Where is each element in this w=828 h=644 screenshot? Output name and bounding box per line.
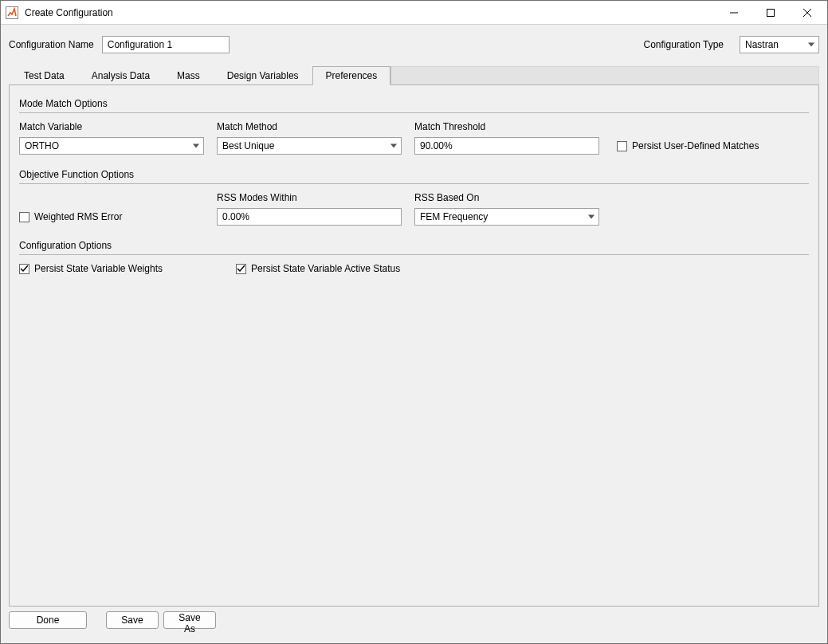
checkbox-box xyxy=(19,264,29,274)
tab-analysis-data[interactable]: Analysis Data xyxy=(78,66,163,85)
tab-mass[interactable]: Mass xyxy=(163,66,214,85)
config-name-label: Configuration Name xyxy=(9,39,94,50)
match-variable-label: Match Variable xyxy=(19,121,217,132)
section-separator xyxy=(19,112,809,113)
header-row: Configuration Name Configuration Type Na… xyxy=(9,36,819,53)
section-config-options-title: Configuration Options xyxy=(19,240,809,251)
save-as-button[interactable]: Save As xyxy=(163,611,216,629)
match-threshold-label: Match Threshold xyxy=(414,121,612,132)
tab-panel-preferences: Mode Match Options Match Variable Match … xyxy=(9,85,819,607)
maximize-button[interactable] xyxy=(752,1,789,25)
persist-weights-label: Persist State Variable Weights xyxy=(34,263,163,274)
weighted-rms-label: Weighted RMS Error xyxy=(34,211,122,222)
weighted-rms-checkbox[interactable]: Weighted RMS Error xyxy=(19,211,217,222)
persist-weights-checkbox[interactable]: Persist State Variable Weights xyxy=(19,263,236,274)
save-button[interactable]: Save xyxy=(106,611,159,629)
checkbox-box xyxy=(236,264,246,274)
rss-based-dropdown[interactable]: FEM Frequency xyxy=(414,208,599,226)
persist-matches-checkbox[interactable]: Persist User-Defined Matches xyxy=(617,140,759,151)
chevron-down-icon xyxy=(808,43,814,47)
tabstrip: Test Data Analysis Data Mass Design Vari… xyxy=(9,66,819,85)
tabstrip-background xyxy=(390,66,819,85)
content: Configuration Name Configuration Type Na… xyxy=(1,25,827,643)
window-title: Create Configuration xyxy=(25,7,716,18)
section-mode-match-title: Mode Match Options xyxy=(19,98,809,109)
row-mode-match-controls: ORTHO Best Unique Persist Us xyxy=(19,137,809,155)
done-button[interactable]: Done xyxy=(9,611,87,629)
footer: Done Save Save As xyxy=(9,607,819,635)
tab-test-data[interactable]: Test Data xyxy=(10,66,78,85)
row-mode-match-labels: Match Variable Match Method Match Thresh… xyxy=(19,121,809,137)
match-method-label: Match Method xyxy=(217,121,414,132)
persist-active-checkbox[interactable]: Persist State Variable Active Status xyxy=(236,263,400,274)
checkbox-box xyxy=(617,141,627,151)
row-obj-fn-labels: RSS Modes Within RSS Based On xyxy=(19,192,809,208)
chevron-down-icon xyxy=(193,144,199,148)
checkbox-box xyxy=(19,212,29,222)
section-separator xyxy=(19,183,809,184)
tab-design-variables[interactable]: Design Variables xyxy=(214,66,312,85)
svg-rect-1 xyxy=(767,9,775,16)
tab-preferences[interactable]: Preferences xyxy=(312,66,391,85)
rss-modes-label: RSS Modes Within xyxy=(217,192,414,203)
chevron-down-icon xyxy=(390,144,397,148)
row-obj-fn-controls: Weighted RMS Error FEM Frequency xyxy=(19,208,809,226)
config-type-dropdown[interactable]: Nastran xyxy=(740,36,819,53)
rss-based-label: RSS Based On xyxy=(414,192,612,203)
section-obj-fn-title: Objective Function Options xyxy=(19,169,809,180)
svg-rect-0 xyxy=(6,6,18,18)
config-type-label: Configuration Type xyxy=(643,39,724,50)
match-method-dropdown[interactable]: Best Unique xyxy=(217,137,402,155)
match-method-value: Best Unique xyxy=(222,140,274,151)
close-button[interactable] xyxy=(789,1,826,25)
persist-matches-label: Persist User-Defined Matches xyxy=(632,140,759,151)
titlebar: Create Configuration xyxy=(1,1,827,25)
match-variable-dropdown[interactable]: ORTHO xyxy=(19,137,204,155)
window: Create Configuration Configuration Name … xyxy=(0,0,828,644)
match-threshold-input[interactable] xyxy=(414,137,599,155)
rss-modes-input[interactable] xyxy=(217,208,402,226)
row-config-options: Persist State Variable Weights Persist S… xyxy=(19,263,809,274)
config-type-value: Nastran xyxy=(745,39,779,50)
section-separator xyxy=(19,254,809,255)
matlab-icon xyxy=(6,6,18,19)
persist-active-label: Persist State Variable Active Status xyxy=(251,263,400,274)
config-name-input[interactable] xyxy=(102,36,230,53)
match-variable-value: ORTHO xyxy=(25,140,59,151)
minimize-button[interactable] xyxy=(716,1,752,25)
rss-based-value: FEM Frequency xyxy=(420,211,488,222)
chevron-down-icon xyxy=(588,215,595,219)
